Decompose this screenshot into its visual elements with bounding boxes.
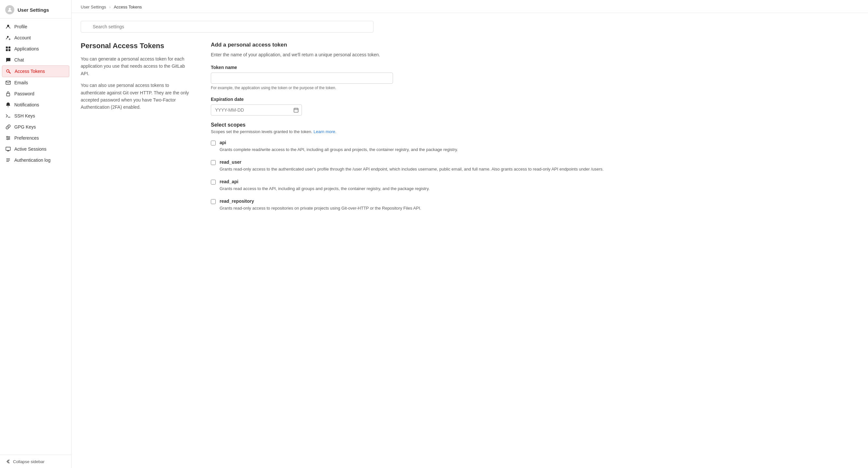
token-name-group: Token name For example, the application … [211, 65, 859, 90]
svg-rect-7 [8, 49, 10, 51]
sidebar-item-access-tokens-label: Access Tokens [14, 69, 45, 74]
list-icon [5, 157, 11, 163]
sidebar-item-authentication-log[interactable]: Authentication log [0, 154, 71, 166]
sidebar-item-active-sessions[interactable]: Active Sessions [0, 144, 71, 154]
breadcrumb-parent[interactable]: User Settings [81, 5, 106, 9]
scopes-desc-text: Scopes set the permission levels granted… [211, 129, 312, 134]
search-bar-wrapper [81, 21, 859, 33]
breadcrumb-current: Access Tokens [114, 5, 142, 9]
right-column: Add a personal access token Enter the na… [211, 42, 859, 218]
sidebar-nav: Profile Account [0, 19, 71, 455]
avatar [5, 5, 14, 14]
scope-content-read-repository: read_repository Grants read-only access … [220, 199, 421, 211]
sidebar-item-access-tokens[interactable]: Access Tokens [2, 65, 69, 77]
expiration-date-group: Expiration date [211, 97, 859, 116]
scope-desc-read-api: Grants read access to the API, including… [220, 185, 430, 192]
sidebar-item-password[interactable]: Password [0, 88, 71, 99]
learn-more-link[interactable]: Learn more. [314, 129, 336, 134]
svg-point-12 [9, 138, 10, 139]
svg-point-1 [7, 25, 9, 27]
expiration-date-label: Expiration date [211, 97, 859, 102]
svg-point-3 [9, 39, 10, 40]
svg-rect-5 [8, 47, 10, 49]
search-wrapper [81, 21, 373, 33]
breadcrumb: User Settings › Access Tokens [71, 0, 868, 13]
sidebar-item-gpg-keys-label: GPG Keys [14, 124, 36, 129]
sidebar-item-account-label: Account [14, 35, 31, 40]
scope-item-read-user: read_user Grants read-only access to the… [211, 159, 859, 173]
sidebar-item-notifications-label: Notifications [14, 102, 39, 108]
key-icon [5, 68, 11, 74]
sidebar-item-account[interactable]: Account [0, 32, 71, 43]
scope-checkbox-api[interactable] [211, 141, 216, 145]
token-name-label: Token name [211, 65, 859, 70]
sidebar-title: User Settings [18, 7, 49, 13]
section-desc-1: You can generate a personal access token… [81, 55, 191, 77]
person-icon [5, 24, 11, 30]
scope-desc-read-user: Grants read-only access to the authentic… [220, 166, 603, 173]
scope-checkbox-read-api[interactable] [211, 180, 216, 184]
person-gear-icon [5, 35, 11, 41]
collapse-sidebar-label: Collapse sidebar [13, 459, 44, 464]
scope-item-read-repository: read_repository Grants read-only access … [211, 199, 859, 211]
sidebar-item-ssh-keys-label: SSH Keys [14, 113, 35, 118]
sidebar-item-active-sessions-label: Active Sessions [14, 146, 46, 152]
scope-checkbox-read-user[interactable] [211, 160, 216, 165]
scopes-desc: Scopes set the permission levels granted… [211, 129, 859, 134]
token-name-hint: For example, the application using the t… [211, 86, 859, 90]
search-input[interactable] [81, 21, 373, 33]
scope-desc-read-repository: Grants read-only access to repositories … [220, 205, 421, 211]
expiration-date-input[interactable] [211, 105, 302, 116]
left-column: Personal Access Tokens You can generate … [81, 42, 191, 116]
svg-rect-14 [6, 147, 10, 150]
scope-content-read-api: read_api Grants read access to the API, … [220, 179, 430, 192]
svg-rect-9 [6, 81, 10, 84]
breadcrumb-separator: › [109, 5, 111, 9]
link-icon [5, 124, 11, 130]
display-icon [5, 146, 11, 152]
grid-icon [5, 46, 11, 52]
scope-name-read-repository: read_repository [220, 199, 421, 204]
scope-name-read-api: read_api [220, 179, 430, 184]
chat-icon [5, 57, 11, 63]
token-name-input[interactable] [211, 72, 393, 84]
scope-content-api: api Grants complete read/write access to… [220, 140, 458, 153]
form-title: Add a personal access token [211, 42, 859, 48]
two-column-layout: Personal Access Tokens You can generate … [81, 42, 859, 218]
sidebar-item-profile-label: Profile [14, 24, 27, 29]
content-area: Personal Access Tokens You can generate … [71, 13, 868, 226]
sidebar-item-applications[interactable]: Applications [0, 43, 71, 54]
scope-desc-api: Grants complete read/write access to the… [220, 146, 458, 153]
sidebar-item-emails-label: Emails [14, 80, 28, 85]
sidebar-item-applications-label: Applications [14, 46, 39, 52]
sidebar-item-chat[interactable]: Chat [0, 54, 71, 65]
envelope-icon [5, 80, 11, 86]
lock-icon [5, 91, 11, 97]
sidebar-item-preferences-label: Preferences [14, 136, 39, 141]
sidebar-item-preferences[interactable]: Preferences [0, 133, 71, 144]
scope-name-read-user: read_user [220, 159, 603, 165]
svg-rect-10 [6, 93, 10, 96]
sidebar-item-chat-label: Chat [14, 57, 24, 62]
section-title: Personal Access Tokens [81, 42, 191, 50]
svg-rect-4 [6, 47, 8, 49]
sidebar-item-notifications[interactable]: Notifications [0, 99, 71, 110]
main-content: User Settings › Access Tokens Personal A… [71, 0, 868, 468]
svg-rect-6 [6, 49, 8, 51]
svg-point-0 [9, 8, 11, 10]
sidebar-item-ssh-keys[interactable]: SSH Keys [0, 110, 71, 121]
sidebar: User Settings Profile Acco [0, 0, 71, 468]
scopes-title: Select scopes [211, 122, 859, 128]
section-desc-2: You can also use personal access tokens … [81, 82, 191, 111]
sidebar-item-emails[interactable]: Emails [0, 77, 71, 88]
svg-point-13 [7, 139, 8, 140]
sliders-icon [5, 135, 11, 141]
sidebar-item-authentication-log-label: Authentication log [14, 157, 51, 163]
scope-item-read-api: read_api Grants read access to the API, … [211, 179, 859, 192]
scope-content-read-user: read_user Grants read-only access to the… [220, 159, 603, 173]
sidebar-item-gpg-keys[interactable]: GPG Keys [0, 121, 71, 133]
svg-point-2 [7, 36, 9, 38]
scope-checkbox-read-repository[interactable] [211, 199, 216, 204]
sidebar-item-profile[interactable]: Profile [0, 21, 71, 32]
collapse-sidebar-button[interactable]: Collapse sidebar [0, 455, 71, 468]
